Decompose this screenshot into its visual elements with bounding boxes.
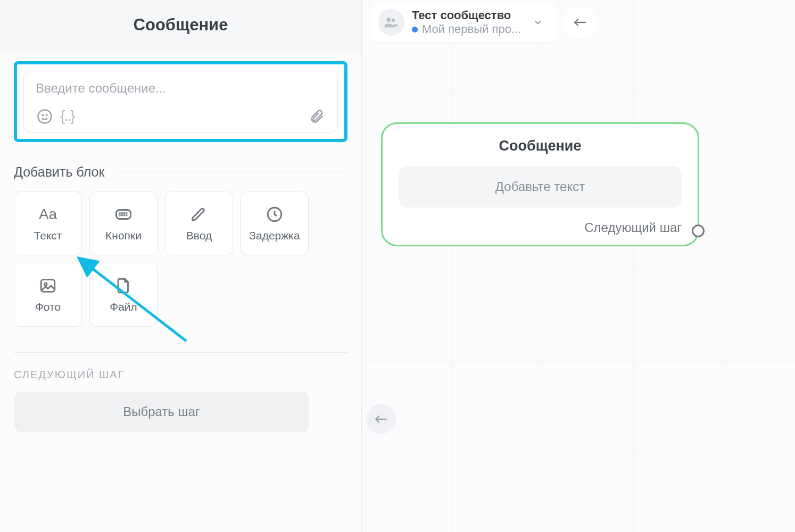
back-button[interactable] (565, 7, 595, 38)
community-text: Тест сообщество Мой первый про... (412, 9, 521, 37)
svg-point-1 (43, 115, 44, 116)
svg-point-17 (392, 19, 395, 22)
editor-panel: Сообщение {..} (0, 0, 362, 532)
emoji-icon[interactable] (36, 107, 54, 126)
block-label: Ввод (186, 229, 212, 242)
svg-point-7 (126, 213, 127, 213)
message-input-card: {..} (23, 71, 338, 132)
divider (113, 172, 347, 172)
keyboard-icon (114, 205, 133, 224)
node-title: Сообщение (399, 138, 682, 154)
pencil-icon (189, 205, 209, 224)
block-input-button[interactable]: Ввод (165, 192, 233, 255)
block-label: Фото (35, 301, 61, 313)
project-row: Мой первый про... (412, 22, 521, 36)
output-port[interactable] (692, 225, 705, 237)
next-step-heading: СЛЕДУЮЩИЙ ШАГ (14, 369, 347, 381)
block-label: Файл (110, 301, 137, 313)
block-label: Текст (34, 229, 62, 242)
node-text-placeholder[interactable]: Добавьте текст (399, 166, 682, 207)
choose-step-label: Выбрать шаг (123, 404, 200, 419)
svg-point-9 (122, 215, 122, 215)
project-name: Мой первый про... (422, 22, 521, 36)
panel-title: Сообщение (134, 15, 228, 35)
add-block-label: Добавить блок (14, 164, 104, 180)
block-photo-button[interactable]: Фото (14, 263, 82, 327)
chevron-down-icon[interactable] (528, 13, 548, 32)
svg-point-5 (122, 213, 122, 213)
svg-point-2 (46, 115, 47, 116)
svg-point-10 (124, 215, 125, 215)
message-node[interactable]: Сообщение Добавьте текст Следующий шаг (381, 122, 699, 246)
community-name: Тест сообщество (412, 9, 521, 22)
text-icon: Aa (38, 205, 57, 224)
flow-canvas[interactable]: Тест сообщество Мой первый про... Сообще… (362, 0, 795, 532)
svg-point-6 (124, 213, 125, 213)
message-input[interactable] (36, 81, 326, 96)
divider (14, 352, 347, 353)
community-selector[interactable]: Тест сообщество Мой первый про... (371, 3, 557, 42)
block-buttons-button[interactable]: Кнопки (89, 192, 158, 255)
block-label: Задержка (249, 229, 300, 242)
svg-point-11 (126, 215, 127, 215)
node-next-step-label: Следующий шаг (584, 220, 682, 235)
block-grid: Aa Текст Кнопки Ввод (14, 192, 347, 327)
block-text-button[interactable]: Aa Текст (14, 192, 82, 255)
panel-header: Сообщение (0, 0, 361, 51)
message-input-highlight: {..} (14, 61, 347, 142)
group-icon (378, 9, 404, 36)
app-root: Сообщение {..} (0, 0, 795, 532)
node-footer: Следующий шаг (399, 220, 682, 235)
node-placeholder-label: Добавьте текст (495, 179, 585, 194)
svg-point-4 (119, 213, 120, 213)
svg-point-14 (44, 283, 47, 286)
file-icon (114, 276, 133, 295)
block-file-button[interactable]: Файл (89, 263, 158, 327)
svg-point-0 (38, 110, 52, 123)
canvas-header: Тест сообщество Мой первый про... (371, 3, 595, 42)
choose-step-button[interactable]: Выбрать шаг (14, 392, 309, 432)
clock-icon (265, 205, 284, 224)
message-toolbar: {..} (36, 107, 326, 126)
panel-body: {..} Добавить блок Aa Текст (0, 51, 361, 532)
image-icon (38, 276, 57, 295)
svg-point-16 (387, 18, 391, 22)
block-label: Кнопки (105, 229, 142, 242)
attachment-icon[interactable] (308, 107, 326, 126)
add-block-header: Добавить блок (14, 164, 347, 180)
svg-rect-3 (117, 210, 131, 219)
block-delay-button[interactable]: Задержка (241, 192, 309, 255)
canvas-back-button[interactable] (366, 404, 396, 434)
svg-point-8 (119, 215, 120, 215)
status-dot (412, 27, 418, 32)
variables-icon[interactable]: {..} (60, 109, 74, 124)
